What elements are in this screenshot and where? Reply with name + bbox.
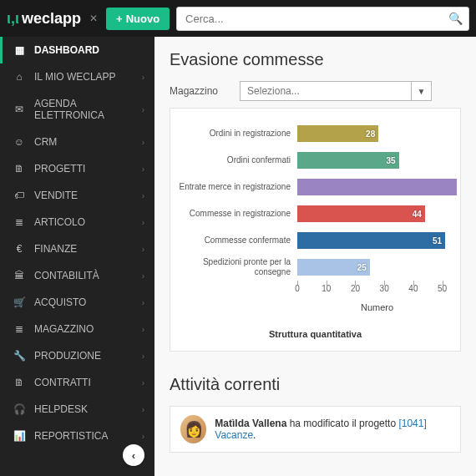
- activity-user: Matìlda Vallena: [215, 418, 286, 429]
- chevron-right-icon: ›: [142, 73, 144, 82]
- chevron-right-icon: ›: [142, 105, 144, 114]
- bar-track: 25: [297, 259, 457, 276]
- sidebar-item-agenda-elettronica[interactable]: ✉ AGENDA ELETTRONICA ›: [0, 90, 154, 129]
- chevron-right-icon: ›: [142, 165, 144, 174]
- sidebar-icon: 🛒: [13, 296, 26, 308]
- chevron-right-icon: ›: [142, 405, 144, 414]
- bar-fill[interactable]: 35: [297, 152, 399, 169]
- bar-track: [297, 179, 457, 195]
- sidebar-item-label: VENDITE: [34, 190, 142, 201]
- sidebar-collapse-button[interactable]: ‹: [123, 444, 144, 466]
- sidebar-icon: 🏛: [13, 270, 26, 281]
- evasione-section: Evasione commesse Magazzino Seleziona...…: [154, 37, 476, 360]
- tick-label: 50: [438, 284, 447, 293]
- bar-fill[interactable]: 51: [297, 232, 445, 249]
- sidebar-icon: ≣: [13, 323, 26, 335]
- sidebar-icon: 🔧: [13, 350, 26, 362]
- main-content: Evasione commesse Magazzino Seleziona...…: [154, 37, 476, 476]
- sidebar-item-label: IL MIO WECLAPP: [34, 71, 142, 83]
- bar-track: 51: [297, 232, 457, 249]
- sidebar-icon: 🗎: [13, 163, 26, 175]
- chart-card: Ordini in registrazione 28 Ordini confer…: [170, 108, 461, 352]
- sidebar-icon: ⌂: [13, 71, 26, 83]
- sidebar-item-contabilità[interactable]: 🏛 CONTABILITÀ ›: [0, 262, 154, 289]
- sidebar-item-label: REPORTISTICA: [34, 430, 142, 442]
- sidebar-item-dashboard[interactable]: ▦ DASHBOARD: [0, 37, 154, 63]
- evasione-title: Evasione commesse: [170, 50, 461, 69]
- separator-icon: ✕: [88, 13, 99, 24]
- bar-fill[interactable]: 28: [297, 125, 378, 142]
- chevron-right-icon: ›: [142, 325, 144, 334]
- magazzino-label: Magazzino: [170, 85, 218, 97]
- search-input[interactable]: [176, 7, 469, 31]
- sidebar-item-articolo[interactable]: ≣ ARTICOLO ›: [0, 209, 154, 235]
- sidebar-item-label: ACQUISTO: [34, 296, 142, 308]
- chart-footer: Struttura quantitativa: [170, 321, 460, 351]
- bar-track: 35: [297, 152, 457, 169]
- sidebar-icon: 🎧: [13, 403, 26, 415]
- bar-track: 44: [297, 205, 457, 222]
- bar-value: 28: [366, 129, 375, 139]
- sidebar-icon: 📊: [13, 430, 26, 442]
- chevron-right-icon: ›: [142, 138, 144, 147]
- bar-row: Spedizioni pronte per la consegne 25: [174, 254, 457, 281]
- search-icon[interactable]: 🔍: [448, 12, 463, 25]
- bar-category-label: Ordini in registrazione: [174, 129, 297, 139]
- chevron-right-icon: ›: [142, 298, 144, 307]
- sidebar-item-vendite[interactable]: 🏷 VENDITE ›: [0, 182, 154, 209]
- bar-fill[interactable]: 25: [297, 259, 370, 276]
- bar-fill[interactable]: 44: [297, 205, 425, 222]
- chevron-right-icon: ›: [142, 378, 144, 387]
- sidebar-item-label: PROGETTI: [34, 163, 142, 175]
- sidebar-icon: ☺: [13, 136, 26, 148]
- chevron-right-icon: ›: [142, 191, 144, 200]
- bar-category-label: Commesse confermate: [174, 235, 297, 246]
- activity-item: 👩 Matìlda Vallena ha modificato il proge…: [170, 407, 460, 452]
- chevron-right-icon: ›: [142, 245, 144, 254]
- bar-fill[interactable]: [297, 179, 457, 195]
- logo-mark: ι,ι: [7, 10, 19, 28]
- bar-row: Commesse in registrazione 44: [174, 200, 457, 227]
- topbar: ι,ι weclapp ✕ + Nuovo 🔍: [0, 0, 476, 37]
- sidebar-item-il-mio-weclapp[interactable]: ⌂ IL MIO WECLAPP ›: [0, 63, 154, 90]
- sidebar-item-crm[interactable]: ☺ CRM ›: [0, 129, 154, 155]
- new-button[interactable]: + Nuovo: [106, 8, 170, 30]
- sidebar-item-helpdesk[interactable]: 🎧 HELPDESK ›: [0, 396, 154, 423]
- sidebar-item-label: FINANZE: [34, 243, 142, 255]
- tick-label: 40: [408, 284, 418, 293]
- avatar[interactable]: 👩: [180, 415, 206, 443]
- chevron-right-icon: ›: [142, 271, 144, 281]
- sidebar-item-produzione[interactable]: 🔧 PRODUZIONE ›: [0, 342, 154, 369]
- magazzino-select[interactable]: Seleziona... ▼: [240, 81, 432, 101]
- sidebar-item-contratti[interactable]: 🗎 CONTRATTI ›: [0, 369, 154, 396]
- sidebar-item-magazzino[interactable]: ≣ MAGAZZINO ›: [0, 316, 154, 342]
- bar-category-label: Spedizioni pronte per la consegne: [174, 257, 297, 277]
- activity-text: Matìlda Vallena ha modificato il progett…: [215, 418, 450, 441]
- chevron-right-icon: ›: [142, 352, 144, 361]
- tick-label: 20: [351, 284, 360, 293]
- sidebar-icon: ▦: [13, 44, 26, 56]
- bar-row: Ordini confermati 35: [174, 147, 457, 174]
- activity-section: Attività correnti 👩 Matìlda Vallena ha m…: [154, 360, 476, 453]
- sidebar-item-progetti[interactable]: 🗎 PROGETTI ›: [0, 155, 154, 182]
- sidebar-item-acquisto[interactable]: 🛒 ACQUISTO ›: [0, 289, 154, 316]
- sidebar-item-label: MAGAZZINO: [34, 323, 142, 335]
- activity-title: Attività correnti: [170, 375, 461, 394]
- sidebar-icon: 🏷: [13, 190, 26, 201]
- bar-category-label: Commesse in registrazione: [174, 209, 297, 219]
- logo: ι,ι weclapp: [7, 10, 81, 28]
- bar-value: 44: [413, 210, 422, 219]
- tick-label: 0: [295, 284, 300, 293]
- search-wrap: 🔍: [176, 7, 469, 31]
- sidebar-item-label: DASHBOARD: [34, 44, 144, 56]
- sidebar-icon: ≣: [13, 216, 26, 228]
- x-axis-label: Numero: [297, 302, 457, 312]
- bar-value: 25: [357, 263, 367, 272]
- new-button-label: Nuovo: [126, 13, 160, 25]
- sidebar-item-finanze[interactable]: € FINANZE ›: [0, 235, 154, 262]
- bar-chart: Ordini in registrazione 28 Ordini confer…: [170, 109, 460, 321]
- sidebar-item-label: HELPDESK: [34, 403, 142, 415]
- bar-category-label: Ordini confermati: [174, 155, 297, 165]
- bar-value: 35: [386, 156, 395, 165]
- plus-icon: +: [116, 13, 123, 25]
